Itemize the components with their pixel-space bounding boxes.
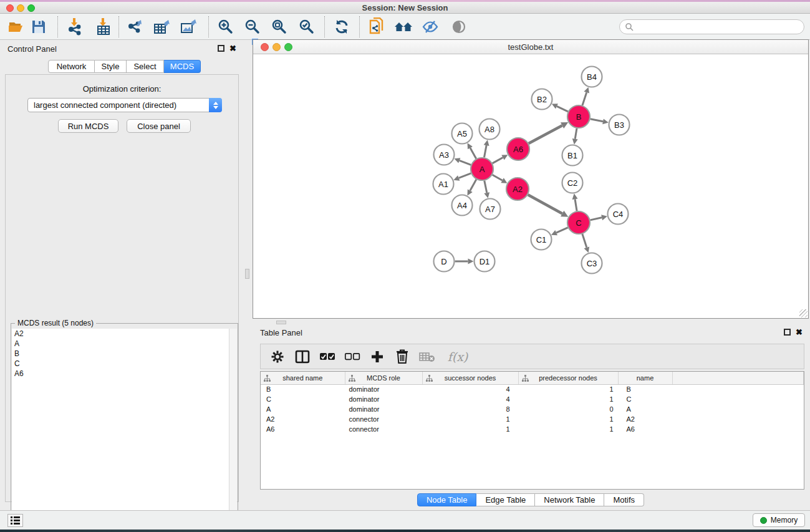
result-item[interactable]: A6 xyxy=(12,369,229,379)
search-input[interactable] xyxy=(634,22,789,31)
graph-edge[interactable] xyxy=(485,145,487,157)
apply-function-button[interactable]: f(x) xyxy=(444,349,471,365)
tab-style[interactable]: Style xyxy=(95,60,127,73)
column-header-name[interactable]: name xyxy=(618,372,672,384)
graph-edge[interactable] xyxy=(470,148,476,158)
result-item[interactable]: A xyxy=(12,339,229,349)
tab-node-table[interactable]: Node Table xyxy=(417,493,477,506)
result-item[interactable]: A2 xyxy=(12,329,229,339)
select-all-button[interactable] xyxy=(319,349,335,365)
table-row[interactable]: Cdominator41C xyxy=(261,394,804,404)
table-row[interactable]: A6connector11A6 xyxy=(261,424,804,434)
hierarchy-icon xyxy=(349,375,355,382)
column-header-shared-name[interactable]: shared name xyxy=(261,372,345,384)
tab-motifs[interactable]: Motifs xyxy=(604,493,644,506)
open-folder-icon xyxy=(8,19,24,34)
save-floppy-icon xyxy=(31,19,46,34)
graph-edge[interactable] xyxy=(582,234,587,248)
result-scrollbar[interactable] xyxy=(229,329,237,532)
list-icon xyxy=(11,516,20,525)
graph-node-label: C2 xyxy=(567,178,578,188)
refresh-layout-button[interactable] xyxy=(331,16,352,37)
float-panel-icon[interactable] xyxy=(784,329,791,336)
open-session-button[interactable] xyxy=(6,16,27,37)
graph-node-label: B1 xyxy=(567,151,577,160)
hide-panels-button[interactable] xyxy=(420,16,441,37)
graph-edge[interactable] xyxy=(529,125,562,143)
table-options-gear-button[interactable] xyxy=(269,349,286,365)
graph-node-label: A2 xyxy=(513,185,523,194)
graph-edge[interactable] xyxy=(575,128,577,139)
graph-edge[interactable] xyxy=(485,181,487,193)
delete-column-button[interactable] xyxy=(394,349,410,365)
network-canvas-svg[interactable]: B4B2BB3A8A5A6A3B1AC2A1A2A4A7C4CC1C3DD1 xyxy=(254,55,808,318)
table-row[interactable]: Adominator80A xyxy=(261,404,804,414)
zoom-selected-button[interactable] xyxy=(296,16,317,37)
graph-edge[interactable] xyxy=(528,195,562,213)
delete-table-button[interactable] xyxy=(419,349,435,365)
column-header-mcds-role[interactable]: MCDS role xyxy=(345,372,422,384)
tab-network[interactable]: Network xyxy=(48,60,95,73)
zoom-out-button[interactable] xyxy=(242,16,263,37)
close-panel-icon[interactable]: ✖ xyxy=(229,45,236,52)
table-row[interactable]: Bdominator41B xyxy=(261,384,804,394)
split-divider[interactable] xyxy=(244,40,251,510)
tab-network-table[interactable]: Network Table xyxy=(535,493,604,506)
zoom-in-button[interactable] xyxy=(215,16,236,37)
resize-grip-icon[interactable] xyxy=(799,309,808,317)
graph-edge[interactable] xyxy=(591,119,603,122)
table-row[interactable]: A2connector11A2 xyxy=(261,414,804,424)
graph-edge[interactable] xyxy=(459,173,471,178)
column-header-successor-nodes[interactable]: successor nodes xyxy=(422,372,518,384)
optimization-criterion-select[interactable]: largest connected component (directed) xyxy=(27,98,222,112)
network-snapshot-button[interactable] xyxy=(367,16,388,37)
graph-edge[interactable] xyxy=(470,180,476,191)
tab-edge-table[interactable]: Edge Table xyxy=(476,493,535,506)
mcds-result-list[interactable]: A2ABCA6 xyxy=(12,329,229,532)
export-image-button[interactable] xyxy=(178,16,200,37)
graph-node-label: A3 xyxy=(439,150,449,160)
memory-button[interactable]: Memory xyxy=(753,513,805,527)
zoom-fit-button[interactable] xyxy=(269,16,290,37)
zoom-selected-icon xyxy=(299,19,315,35)
divider-handle[interactable] xyxy=(245,269,249,279)
table-tabs: Node Table Edge Table Network Table Moti… xyxy=(251,493,810,506)
columns-icon xyxy=(295,350,310,364)
tab-mcds[interactable]: MCDS xyxy=(164,60,201,73)
graph-node-label: B2 xyxy=(537,95,547,104)
import-table-button[interactable] xyxy=(93,16,114,37)
control-panel: Control Panel ✖ Network Style Select MCD… xyxy=(0,40,244,510)
import-network-button[interactable] xyxy=(64,16,85,37)
run-mcds-button[interactable]: Run MCDS xyxy=(58,119,118,133)
graph-edge[interactable] xyxy=(557,106,568,111)
show-eye-button[interactable] xyxy=(448,16,470,37)
graph-edge[interactable] xyxy=(493,175,503,180)
save-session-button[interactable] xyxy=(28,16,49,37)
show-column-button[interactable] xyxy=(294,349,311,365)
deselect-all-button[interactable] xyxy=(344,349,360,365)
search-field[interactable] xyxy=(619,19,804,34)
tab-select[interactable]: Select xyxy=(127,60,164,73)
houses-icon xyxy=(394,19,413,34)
graph-node-label: A xyxy=(480,165,485,174)
graph-edge[interactable] xyxy=(460,160,471,165)
import-network-icon xyxy=(67,18,83,36)
close-panel-button[interactable]: Close panel xyxy=(127,119,191,133)
column-header-predecessor-nodes[interactable]: predecessor nodes xyxy=(518,372,618,384)
home-button[interactable] xyxy=(393,16,414,37)
task-history-button[interactable] xyxy=(7,514,23,527)
graph-edge[interactable] xyxy=(556,228,568,233)
network-window-titlebar[interactable]: testGlobe.txt xyxy=(253,40,808,54)
export-table-button[interactable] xyxy=(152,16,173,37)
graph-edge[interactable] xyxy=(591,218,602,220)
graph-edge[interactable] xyxy=(582,92,587,105)
add-column-button[interactable] xyxy=(369,349,385,365)
result-item[interactable]: B xyxy=(12,349,229,359)
graph-edge[interactable] xyxy=(493,158,503,163)
close-panel-icon[interactable]: ✖ xyxy=(796,329,803,336)
graph-edge[interactable] xyxy=(575,199,577,211)
snapshot-document-icon xyxy=(369,17,386,36)
export-network-button[interactable] xyxy=(125,16,147,37)
result-item[interactable]: C xyxy=(12,359,229,369)
float-panel-icon[interactable] xyxy=(218,45,224,52)
